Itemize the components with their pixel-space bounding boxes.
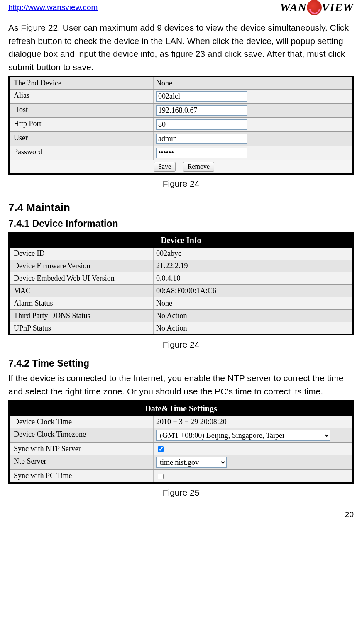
web-ui-version-value: 0.0.4.10 (154, 272, 352, 284)
device-clock-timezone-select[interactable]: (GMT +08:00) Beijing, Singapore, Taipei (156, 430, 330, 441)
second-device-form-panel: The 2nd Device None Alias Host Http Port… (8, 76, 354, 175)
alias-label: Alias (10, 90, 154, 103)
logo-swirl-icon (307, 0, 322, 15)
firmware-version-value: 21.22.2.19 (154, 260, 352, 272)
figure25-caption: Figure 25 (8, 488, 354, 498)
datetime-settings-panel: Date&Time Settings Device Clock Time 201… (8, 400, 354, 484)
remove-button[interactable]: Remove (183, 162, 214, 172)
datetime-settings-title: Date&Time Settings (10, 401, 352, 416)
sync-ntp-label: Sync with NTP Server (10, 443, 154, 455)
device-info-title: Device Info (10, 233, 352, 248)
user-input[interactable] (156, 134, 247, 144)
password-input[interactable] (156, 148, 247, 158)
http-port-label: Http Port (10, 118, 154, 131)
mac-label: MAC (10, 285, 154, 297)
upnp-status-value: No Action (154, 322, 352, 334)
time-setting-paragraph: If the device is connected to the Intern… (8, 372, 354, 398)
host-input[interactable] (156, 105, 247, 116)
ddns-status-value: No Action (154, 310, 352, 322)
device-id-label: Device ID (10, 248, 154, 260)
http-port-input[interactable] (156, 119, 247, 130)
user-label: User (10, 132, 154, 146)
ddns-status-label: Third Party DDNS Status (10, 310, 154, 322)
device-clock-time-value: 2010 − 3 − 29 20:08:20 (154, 416, 352, 428)
second-device-title-label: The 2nd Device (10, 77, 154, 89)
section-7-4-2-heading: 7.4.2 Time Setting (8, 358, 354, 369)
second-device-title-value: None (154, 77, 352, 89)
firmware-version-label: Device Firmware Version (10, 260, 154, 272)
alarm-status-label: Alarm Status (10, 297, 154, 309)
sync-ntp-checkbox[interactable] (158, 446, 164, 452)
page-number: 20 (8, 510, 354, 519)
device-clock-timezone-label: Device Clock Timezone (10, 428, 154, 442)
upnp-status-label: UPnP Status (10, 322, 154, 334)
alarm-status-value: None (154, 297, 352, 309)
section-7-4-heading: 7.4 Maintain (8, 201, 354, 214)
logo-text-left: WAN (280, 1, 307, 14)
figure24a-caption: Figure 24 (8, 179, 354, 189)
host-label: Host (10, 104, 154, 117)
web-ui-version-label: Device Embeded Web UI Version (10, 272, 154, 284)
header-url-link[interactable]: http://www.wansview.com (8, 3, 98, 12)
device-id-value: 002abyc (154, 248, 352, 260)
ntp-server-select[interactable]: time.nist.gov (156, 457, 227, 468)
logo: WAN VIEW (280, 0, 354, 15)
section-7-4-1-heading: 7.4.1 Device Information (8, 218, 354, 229)
save-button[interactable]: Save (154, 162, 176, 172)
sync-pc-time-checkbox[interactable] (158, 474, 164, 479)
alias-input[interactable] (156, 91, 247, 102)
figure24b-caption: Figure 24 (8, 340, 354, 350)
mac-value: 00:A8:F0:00:1A:C6 (154, 285, 352, 297)
ntp-server-label: Ntp Server (10, 455, 154, 469)
sync-pc-time-label: Sync with PC Time (10, 470, 154, 482)
device-info-panel: Device Info Device ID 002abyc Device Fir… (8, 232, 354, 335)
device-clock-time-label: Device Clock Time (10, 416, 154, 428)
password-label: Password (10, 146, 154, 160)
intro-paragraph: As Figure 22, User can maximum add 9 dev… (8, 21, 354, 73)
page-header: http://www.wansview.com WAN VIEW (8, 0, 354, 17)
logo-text-right: VIEW (322, 1, 354, 14)
